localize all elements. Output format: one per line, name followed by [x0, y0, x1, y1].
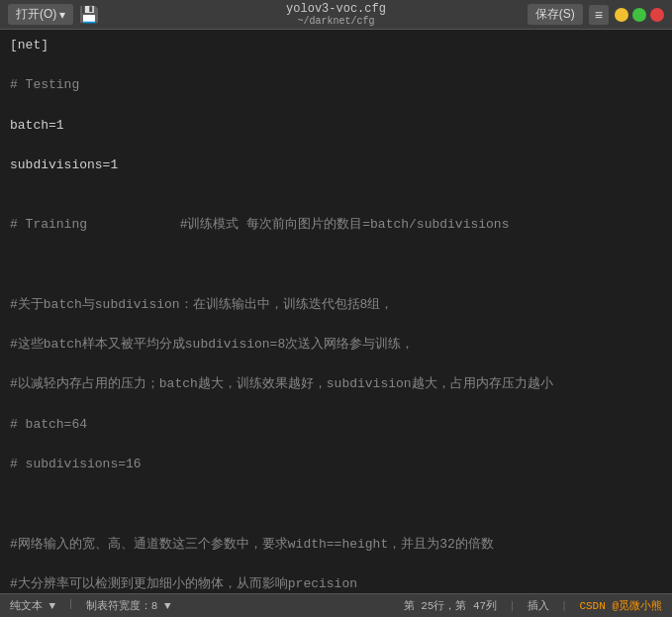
line-16: #网络输入的宽、高、通道数这三个参数中，要求width==height，并且为3…: [10, 535, 662, 555]
close-button[interactable]: [650, 8, 664, 22]
tab-width[interactable]: 制表符宽度：8 ▼: [86, 598, 171, 613]
open-label: 打开(O): [16, 6, 56, 23]
line-3: batch=1: [10, 116, 662, 136]
window-controls: [615, 8, 664, 22]
line-2: # Testing: [10, 75, 662, 95]
branding: CSDN @觅微小熊: [579, 598, 662, 613]
divider-2: |: [509, 600, 516, 612]
line-12: # batch=64: [10, 415, 662, 435]
line-1: [net]: [10, 36, 662, 55]
line-17: #大分辨率可以检测到更加细小的物体，从而影响precision: [10, 574, 662, 593]
window-title: yolov3-voc.cfg: [286, 2, 386, 16]
open-button[interactable]: 打开(O) ▾: [8, 4, 73, 25]
editor-content[interactable]: [net] # Testing batch=1 subdivisions=1 #…: [10, 36, 662, 593]
line-9: #关于batch与subdivision：在训练输出中，训练迭代包括8组，: [10, 295, 662, 315]
titlebar-center: yolov3-voc.cfg ~/darknet/cfg: [286, 2, 386, 27]
maximize-button[interactable]: [632, 8, 646, 22]
text-format[interactable]: 纯文本 ▼: [10, 598, 55, 613]
statusbar: 纯文本 ▼ | 制表符宽度：8 ▼ 第 25行，第 47列 | 插入 | CSD…: [0, 593, 672, 617]
divider-3: |: [561, 600, 568, 612]
cursor-position: 第 25行，第 47列: [404, 598, 498, 613]
open-dropdown-icon: ▾: [59, 8, 65, 22]
line-13: # subdivisions=16: [10, 455, 662, 474]
minimize-button[interactable]: [615, 8, 628, 22]
line-6: # Training #训练模式 每次前向图片的数目=batch/subdivi…: [10, 215, 662, 235]
titlebar-left: 打开(O) ▾ 💾: [8, 4, 99, 25]
editor-area[interactable]: [net] # Testing batch=1 subdivisions=1 #…: [0, 30, 672, 593]
menu-button[interactable]: ≡: [589, 5, 609, 25]
divider-1: |: [67, 598, 74, 613]
line-11: #以减轻内存占用的压力；batch越大，训练效果越好，subdivision越大…: [10, 374, 662, 394]
line-10: #这些batch样本又被平均分成subdivision=8次送入网络参与训练，: [10, 335, 662, 355]
save-button[interactable]: 保存(S): [528, 4, 583, 25]
titlebar-right: 保存(S) ≡: [528, 4, 664, 25]
save-disk-icon: 💾: [79, 5, 99, 25]
edit-mode: 插入: [528, 598, 549, 613]
line-4: subdivisions=1: [10, 155, 662, 175]
window-subtitle: ~/darknet/cfg: [286, 16, 386, 27]
statusbar-left: 纯文本 ▼ | 制表符宽度：8 ▼: [10, 598, 171, 613]
statusbar-right: 第 25行，第 47列 | 插入 | CSDN @觅微小熊: [404, 598, 662, 613]
titlebar: 打开(O) ▾ 💾 yolov3-voc.cfg ~/darknet/cfg 保…: [0, 0, 672, 30]
